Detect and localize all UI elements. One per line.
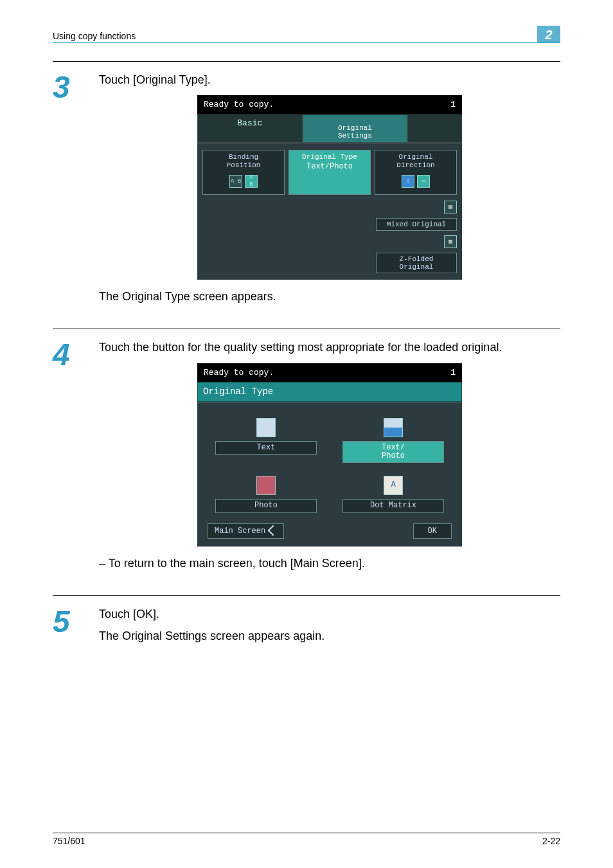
step-4: 4 Touch the button for the quality setti…	[53, 329, 560, 577]
page-header: Using copy functions 2	[53, 26, 560, 43]
status-text: Ready to copy.	[204, 367, 274, 379]
step-number: 5	[53, 602, 99, 651]
tab-original-settings[interactable]: Original Settings	[303, 114, 408, 143]
original-type-button[interactable]: Original Type Text/Photo	[289, 150, 371, 194]
binding-icon: A BAB	[204, 172, 283, 190]
step-4-text: Touch the button for the quality setting…	[99, 339, 560, 355]
mixed-original-button[interactable]: Mixed Original	[376, 218, 457, 231]
direction-icon: ▯▭	[377, 172, 455, 190]
binding-position-button[interactable]: Binding Position A BAB	[202, 150, 285, 194]
step-3-text: Touch [Original Type].	[99, 72, 560, 87]
tab-basic[interactable]: Basic	[197, 114, 303, 143]
return-icon	[268, 525, 279, 536]
option-photo-label: Photo	[215, 499, 317, 512]
step-number: 3	[53, 68, 99, 311]
copy-count: 1	[450, 367, 456, 379]
ok-button[interactable]: OK	[413, 523, 452, 539]
option-text-photo-label: Text/ Photo	[342, 441, 444, 463]
option-text-photo[interactable]: Text/ Photo	[342, 418, 444, 463]
step-number: 4	[53, 336, 99, 577]
binding-position-label: Binding Position	[204, 153, 283, 169]
original-type-value: Text/Photo	[290, 163, 369, 172]
lcd-status-bar: Ready to copy. 1	[197, 95, 462, 114]
main-screen-button[interactable]: Main Screen	[208, 523, 284, 539]
screenshot-original-settings: Ready to copy. 1 Basic Original Settings	[197, 95, 462, 280]
photo-icon	[256, 476, 276, 495]
tab-empty	[407, 114, 462, 143]
step-5-result: The Original Settings screen appears aga…	[99, 628, 560, 644]
step-3: 3 Touch [Original Type]. Ready to copy. …	[53, 61, 560, 311]
tab-row: Basic Original Settings	[197, 114, 462, 143]
mixed-original-icon: ▤	[444, 200, 457, 214]
original-type-title: Original Type	[290, 153, 369, 161]
zfold-icon: ▥	[444, 235, 457, 249]
tab-original-settings-label: Original Settings	[338, 124, 372, 140]
option-text-label: Text	[215, 441, 317, 455]
screenshot-original-type: Ready to copy. 1 Original Type Text Text…	[197, 363, 462, 547]
main-screen-label: Main Screen	[215, 526, 265, 536]
page-footer: 751/601 2-22	[53, 833, 560, 846]
chapter-badge: 2	[537, 26, 560, 42]
step-4-note: To return to the main screen, touch [Mai…	[99, 556, 560, 571]
step-5: 5 Touch [OK]. The Original Settings scre…	[53, 595, 560, 651]
dot-matrix-icon: A	[384, 476, 403, 495]
option-text[interactable]: Text	[215, 418, 317, 463]
status-text: Ready to copy.	[204, 99, 274, 111]
section-title: Using copy functions	[53, 31, 136, 41]
step-5-text: Touch [OK].	[99, 606, 560, 622]
footer-right: 2-22	[542, 836, 560, 846]
screen-title: Original Type	[197, 382, 462, 402]
original-direction-label: Original Direction	[377, 153, 455, 169]
step-3-result: The Original Type screen appears.	[99, 289, 560, 304]
lcd-status-bar: Ready to copy. 1	[197, 363, 462, 383]
copy-count: 1	[450, 99, 456, 111]
text-photo-icon	[384, 418, 403, 437]
option-dot-matrix[interactable]: A Dot Matrix	[342, 476, 444, 512]
footer-left: 751/601	[53, 836, 85, 846]
original-direction-button[interactable]: Original Direction ▯▭	[375, 150, 457, 194]
text-icon	[256, 418, 276, 437]
zfolded-original-button[interactable]: Z-Folded Original	[376, 253, 457, 273]
tab-basic-label: Basic	[237, 118, 262, 128]
ok-label: OK	[428, 526, 437, 536]
option-dot-matrix-label: Dot Matrix	[342, 499, 444, 512]
option-photo[interactable]: Photo	[215, 476, 317, 512]
